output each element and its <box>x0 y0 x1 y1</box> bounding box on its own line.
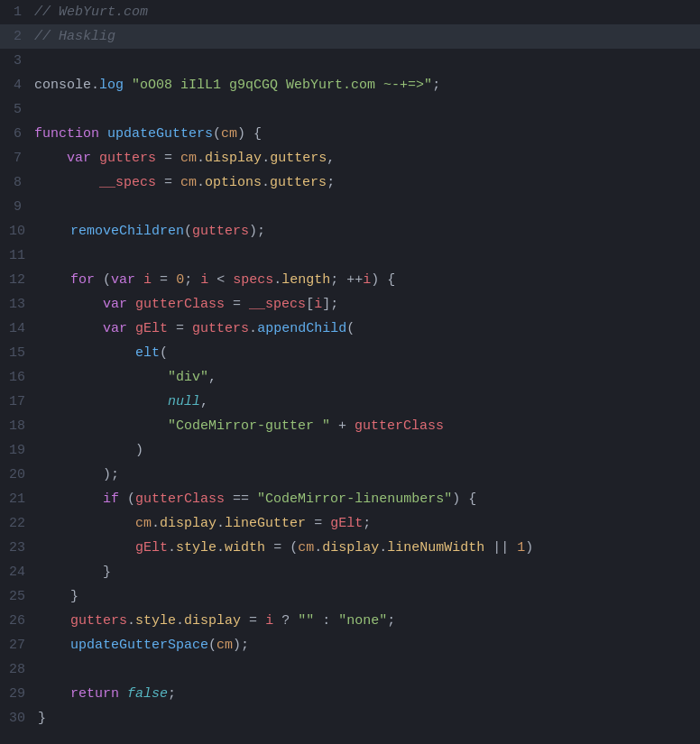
line-code: gutters.style.display = i ? "" : "none"; <box>38 609 700 633</box>
code-line: 26 gutters.style.display = i ? "" : "non… <box>0 609 700 633</box>
line-code <box>38 657 700 682</box>
line-number: 29 <box>0 682 38 706</box>
line-number: 8 <box>0 170 34 195</box>
code-line: 25 } <box>0 584 700 609</box>
code-line: 18 "CodeMirror-gutter " + gutterClass <box>0 414 700 438</box>
line-code: cm.display.lineGutter = gElt; <box>38 511 700 536</box>
code-line: 21 if (gutterClass == "CodeMirror-linenu… <box>0 487 700 511</box>
code-line: 28 <box>0 657 700 682</box>
line-code: __specs = cm.options.gutters; <box>34 170 700 195</box>
code-line: 9 <box>0 195 700 219</box>
line-number: 25 <box>0 584 38 609</box>
line-code: gElt.style.width = (cm.display.lineNumWi… <box>38 536 700 560</box>
line-number: 13 <box>0 292 38 317</box>
code-line: 19 ) <box>0 438 700 463</box>
line-number: 15 <box>0 341 38 365</box>
line-code: // WebYurt.com <box>34 0 700 24</box>
line-code: console.log "oO08 iIlL1 g9qCGQ WebYurt.c… <box>34 73 700 97</box>
line-number: 11 <box>0 243 38 268</box>
line-code: var gutters = cm.display.gutters, <box>34 146 700 170</box>
line-number: 14 <box>0 317 38 341</box>
code-line: 14 var gElt = gutters.appendChild( <box>0 317 700 341</box>
line-number: 20 <box>0 463 38 487</box>
line-number: 10 <box>0 219 38 243</box>
code-line: 2// Hasklig <box>0 24 700 49</box>
code-line: 12 for (var i = 0; i < specs.length; ++i… <box>0 268 700 292</box>
line-number: 1 <box>0 0 34 24</box>
code-line: 8 __specs = cm.options.gutters; <box>0 170 700 195</box>
line-number: 16 <box>0 365 38 390</box>
line-number: 7 <box>0 146 34 170</box>
line-code: "CodeMirror-gutter " + gutterClass <box>38 414 700 438</box>
line-number: 28 <box>0 657 38 682</box>
line-code: var gutterClass = __specs[i]; <box>38 292 700 317</box>
code-line: 3 <box>0 49 700 73</box>
line-code <box>34 195 700 219</box>
line-code <box>38 243 700 268</box>
code-line: 30} <box>0 706 700 730</box>
code-line: 29 return false; <box>0 682 700 706</box>
line-code <box>34 97 700 122</box>
line-code: "div", <box>38 365 700 390</box>
line-code: return false; <box>38 682 700 706</box>
line-number: 12 <box>0 268 38 292</box>
line-number: 26 <box>0 609 38 633</box>
line-code: } <box>38 584 700 609</box>
code-line: 17 null, <box>0 390 700 414</box>
code-line: 15 elt( <box>0 341 700 365</box>
code-line: 6function updateGutters(cm) { <box>0 122 700 146</box>
line-code: ); <box>38 463 700 487</box>
line-number: 5 <box>0 97 34 122</box>
line-code: // Hasklig <box>34 24 700 49</box>
line-number: 21 <box>0 487 38 511</box>
line-code: updateGutterSpace(cm); <box>38 633 700 657</box>
line-code: } <box>38 560 700 584</box>
line-number: 23 <box>0 536 38 560</box>
line-code: elt( <box>38 341 700 365</box>
code-line: 10 removeChildren(gutters); <box>0 219 700 243</box>
code-line: 27 updateGutterSpace(cm); <box>0 633 700 657</box>
line-number: 30 <box>0 706 38 730</box>
code-editor: 1// WebYurt.com2// Hasklig3 4console.log… <box>0 0 700 730</box>
line-number: 27 <box>0 633 38 657</box>
line-code: for (var i = 0; i < specs.length; ++i) { <box>38 268 700 292</box>
line-number: 24 <box>0 560 38 584</box>
line-code: function updateGutters(cm) { <box>34 122 700 146</box>
line-number: 18 <box>0 414 38 438</box>
line-number: 22 <box>0 511 38 536</box>
line-number: 17 <box>0 390 38 414</box>
line-number: 3 <box>0 49 34 73</box>
code-line: 13 var gutterClass = __specs[i]; <box>0 292 700 317</box>
line-number: 2 <box>0 24 34 49</box>
line-number: 6 <box>0 122 34 146</box>
line-code: null, <box>38 390 700 414</box>
code-line: 5 <box>0 97 700 122</box>
line-number: 4 <box>0 73 34 97</box>
line-code: ) <box>38 438 700 463</box>
code-line: 7 var gutters = cm.display.gutters, <box>0 146 700 170</box>
line-code: } <box>38 706 700 730</box>
code-line: 22 cm.display.lineGutter = gElt; <box>0 511 700 536</box>
line-number: 9 <box>0 195 34 219</box>
line-code: removeChildren(gutters); <box>38 219 700 243</box>
code-line: 20 ); <box>0 463 700 487</box>
code-line: 4console.log "oO08 iIlL1 g9qCGQ WebYurt.… <box>0 73 700 97</box>
line-code: if (gutterClass == "CodeMirror-linenumbe… <box>38 487 700 511</box>
line-code <box>34 49 700 73</box>
code-line: 1// WebYurt.com <box>0 0 700 24</box>
code-line: 24 } <box>0 560 700 584</box>
code-line: 23 gElt.style.width = (cm.display.lineNu… <box>0 536 700 560</box>
code-line: 16 "div", <box>0 365 700 390</box>
code-line: 11 <box>0 243 700 268</box>
line-number: 19 <box>0 438 38 463</box>
line-code: var gElt = gutters.appendChild( <box>38 317 700 341</box>
